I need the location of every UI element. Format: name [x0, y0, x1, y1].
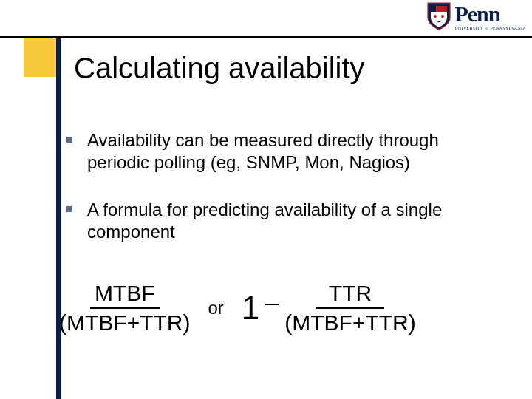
- fraction-left: MTBF (MTBF+TTR): [59, 281, 190, 335]
- fraction-denominator: (MTBF+TTR): [59, 309, 190, 336]
- top-rule: [0, 36, 532, 38]
- bullet-list: Availability can be measured directly th…: [66, 129, 495, 268]
- formula-right: 1 TTR (MTBF+TTR): [242, 281, 416, 335]
- accent-navy-bar: [56, 38, 61, 399]
- list-item: A formula for predicting availability of…: [66, 199, 495, 243]
- bullet-text: A formula for predicting availability of…: [87, 199, 495, 243]
- slide-title: Calculating availability: [74, 52, 365, 85]
- minus-icon: [265, 304, 279, 305]
- penn-logo-text: Penn UNIVERSITY of PENNSYLVANIA: [454, 3, 526, 30]
- fraction-denominator: (MTBF+TTR): [284, 309, 415, 336]
- svg-rect-1: [431, 6, 436, 12]
- penn-logo: Penn UNIVERSITY of PENNSYLVANIA: [426, 1, 526, 31]
- penn-wordmark: Penn: [454, 3, 526, 25]
- formula-row: MTBF (MTBF+TTR) or 1 TTR (MTBF+TTR): [59, 281, 517, 335]
- formula-one: 1: [242, 292, 259, 324]
- fraction-right: TTR (MTBF+TTR): [284, 281, 415, 335]
- penn-subtitle: UNIVERSITY of PENNSYLVANIA: [454, 26, 526, 30]
- formula-connector: or: [205, 298, 226, 318]
- bullet-marker-icon: [66, 206, 72, 212]
- list-item: Availability can be measured directly th…: [66, 129, 495, 174]
- svg-point-3: [441, 15, 444, 18]
- slide: Penn UNIVERSITY of PENNSYLVANIA Calculat…: [0, 0, 532, 399]
- fraction-numerator: MTBF: [90, 281, 160, 309]
- penn-shield-icon: [426, 1, 451, 31]
- bullet-marker-icon: [66, 137, 72, 143]
- svg-point-2: [434, 15, 437, 18]
- accent-yellow-block: [24, 38, 61, 77]
- fraction-numerator: TTR: [316, 281, 384, 309]
- bullet-text: Availability can be measured directly th…: [87, 129, 495, 174]
